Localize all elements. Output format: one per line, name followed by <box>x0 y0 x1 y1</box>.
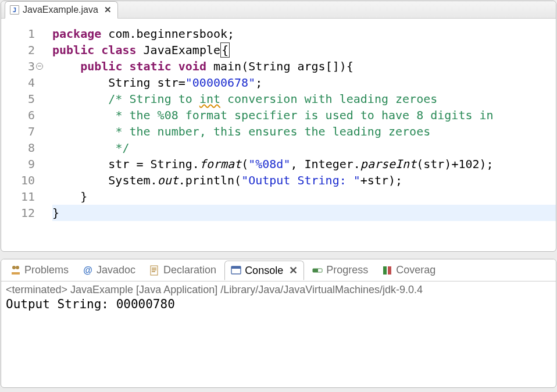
svg-rect-3 <box>151 266 158 275</box>
code-line: package com.beginnersbook; <box>52 26 556 42</box>
problems-icon <box>10 265 21 276</box>
tab-coverage[interactable]: Coverag <box>376 261 441 279</box>
code-text[interactable]: package com.beginnersbook; public class … <box>49 26 556 221</box>
declaration-icon <box>149 265 160 276</box>
console-launch-header: <terminated> JavaExample [Java Applicati… <box>6 284 551 296</box>
tab-declaration[interactable]: Declaration <box>144 261 222 279</box>
tab-label: Coverag <box>396 264 435 276</box>
tab-label: Javadoc <box>97 264 135 276</box>
marker-bar <box>1 26 14 221</box>
svg-rect-8 <box>383 266 387 275</box>
tab-progress[interactable]: Progress <box>306 261 374 279</box>
svg-rect-9 <box>388 266 391 275</box>
tab-label: Console <box>245 265 283 277</box>
code-line: public class JavaExample{ <box>52 42 556 58</box>
fold-toggle-icon[interactable]: − <box>36 63 43 70</box>
console-icon <box>231 265 241 276</box>
line-number: 11 <box>14 188 35 205</box>
editor-tab[interactable]: J JavaExample.java ✕ <box>5 1 118 19</box>
svg-rect-5 <box>231 266 241 269</box>
code-line: System.out.println("Output String: "+str… <box>52 172 556 188</box>
coverage-icon <box>382 265 392 276</box>
fold-column <box>38 26 49 221</box>
line-number: 3− <box>14 58 35 74</box>
bottom-pane: Problems @ Javadoc Declaration Console ✕… <box>1 259 556 388</box>
code-line: */ <box>52 140 556 156</box>
tab-javadoc[interactable]: @ Javadoc <box>77 261 141 279</box>
code-line: String str="00000678"; <box>52 74 556 91</box>
code-line: public static void main(String args[]){ <box>52 58 556 74</box>
java-file-icon: J <box>10 5 19 15</box>
line-number: 7 <box>14 123 35 140</box>
code-line: } <box>52 188 556 205</box>
editor-tab-filename: JavaExample.java <box>23 5 98 15</box>
console-body: <terminated> JavaExample [Java Applicati… <box>1 281 556 313</box>
code-line: * the %08 format specifier is used to ha… <box>52 107 556 123</box>
line-number: 10 <box>14 172 35 188</box>
close-icon[interactable]: ✕ <box>289 264 298 277</box>
code-line: /* String to int conversion with leading… <box>52 91 556 107</box>
code-line: } <box>52 205 556 221</box>
code-area[interactable]: 1 2 3− 4 5 6 7 8 9 10 11 12 package com.… <box>1 19 556 221</box>
console-output: Output String: 00000780 <box>6 296 551 311</box>
line-number-ruler: 1 2 3− 4 5 6 7 8 9 10 11 12 <box>14 26 38 221</box>
tab-label: Declaration <box>163 264 216 276</box>
line-number: 2 <box>14 42 35 58</box>
svg-rect-0 <box>12 272 20 275</box>
code-line: * the number, this ensures the leading z… <box>52 123 556 140</box>
line-number: 4 <box>14 74 35 91</box>
code-line: str = String.format("%08d", Integer.pars… <box>52 156 556 172</box>
line-number: 12 <box>14 205 35 221</box>
editor-pane: J JavaExample.java ✕ 1 2 3− 4 5 6 7 8 9 … <box>1 1 556 252</box>
tab-console[interactable]: Console ✕ <box>224 261 304 280</box>
line-number: 8 <box>14 140 35 156</box>
svg-point-2 <box>16 266 19 269</box>
close-icon[interactable]: ✕ <box>104 5 112 15</box>
tab-label: Progress <box>326 264 368 276</box>
editor-tab-bar: J JavaExample.java ✕ <box>1 1 556 19</box>
view-tab-bar: Problems @ Javadoc Declaration Console ✕… <box>1 259 556 281</box>
line-number: 6 <box>14 107 35 123</box>
svg-point-1 <box>12 266 16 269</box>
javadoc-icon: @ <box>83 265 93 276</box>
tab-label: Problems <box>24 264 69 276</box>
tab-problems[interactable]: Problems <box>5 261 74 279</box>
line-number: 5 <box>14 91 35 107</box>
svg-rect-7 <box>313 269 318 272</box>
line-number: 9 <box>14 156 35 172</box>
line-number: 1 <box>14 26 35 42</box>
progress-icon <box>312 265 323 276</box>
